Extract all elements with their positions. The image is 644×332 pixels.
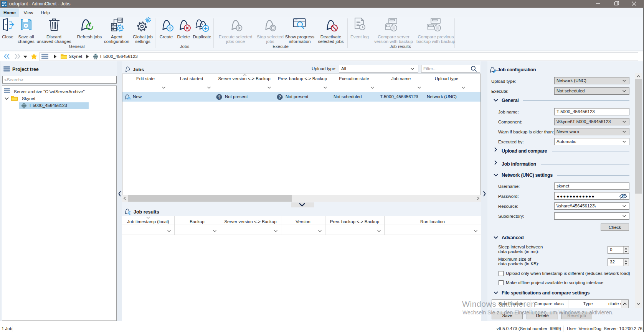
svg-text:?: ? [279,95,281,99]
svg-text:?: ? [218,95,221,99]
